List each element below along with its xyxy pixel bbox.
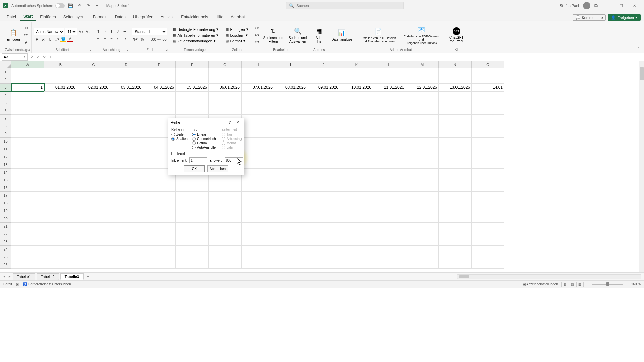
cell-J9[interactable] (307, 130, 340, 138)
cell-A24[interactable] (11, 246, 44, 253)
cell-E19[interactable] (143, 207, 176, 215)
close-button[interactable]: ✕ (628, 1, 641, 10)
cell-M18[interactable] (406, 199, 439, 207)
row-header-10[interactable]: 10 (0, 138, 11, 145)
sheet-tab-tabelle2[interactable]: Tabelle2 (37, 273, 59, 280)
cell-C25[interactable] (77, 253, 110, 261)
undo-icon[interactable]: ↶ (77, 3, 82, 8)
chatgpt-button[interactable]: GPTChatGPT for Excel (447, 26, 466, 44)
cell-L2[interactable] (373, 76, 406, 84)
cell-B7[interactable] (44, 115, 77, 122)
cell-A19[interactable] (11, 207, 44, 215)
number-format-select[interactable]: Standard (132, 28, 167, 35)
zoom-level[interactable]: 160 % (631, 282, 641, 286)
col-header-O[interactable]: O (472, 61, 504, 68)
cell-N9[interactable] (439, 130, 472, 138)
sheet-next-icon[interactable]: ► (8, 275, 11, 278)
font-size-select[interactable]: 11 (65, 28, 77, 35)
enter-formula-icon[interactable]: ✓ (36, 55, 40, 59)
chevron-down-icon[interactable]: ▼ (23, 55, 26, 58)
cell-C14[interactable] (77, 169, 110, 176)
cell-J17[interactable] (307, 192, 340, 199)
row-header-5[interactable]: 5 (0, 99, 11, 107)
cell-C18[interactable] (77, 199, 110, 207)
radio-linear[interactable]: Linear (192, 133, 218, 136)
pdf-share-outlook-button[interactable]: 📧Erstellen von PDF-Dateien und Freigeben… (399, 24, 443, 46)
cell-E17[interactable] (143, 192, 176, 199)
cell-E25[interactable] (143, 253, 176, 261)
cell-I22[interactable] (274, 230, 307, 238)
cell-L19[interactable] (373, 207, 406, 215)
cell-C5[interactable] (77, 99, 110, 107)
cell-A20[interactable] (11, 215, 44, 223)
col-header-D[interactable]: D (110, 61, 143, 68)
cell-O3[interactable]: 14.01 (472, 84, 504, 92)
cell-A22[interactable] (11, 230, 44, 238)
cell-I10[interactable] (274, 138, 307, 145)
copy-icon[interactable]: ⿻ (23, 32, 29, 38)
cell-A13[interactable] (11, 161, 44, 169)
cell-E21[interactable] (143, 223, 176, 230)
col-header-B[interactable]: B (44, 61, 77, 68)
cell-K6[interactable] (340, 107, 373, 115)
cell-A1[interactable] (11, 68, 44, 76)
cell-M12[interactable] (406, 153, 439, 161)
cell-M16[interactable] (406, 184, 439, 192)
cell-C26[interactable] (77, 261, 110, 269)
cell-O23[interactable] (472, 238, 504, 246)
cell-L10[interactable] (373, 138, 406, 145)
cell-H6[interactable] (241, 107, 274, 115)
cell-H1[interactable] (241, 68, 274, 76)
cell-C21[interactable] (77, 223, 110, 230)
align-center-icon[interactable]: ≡ (102, 36, 108, 42)
cell-G20[interactable] (209, 215, 241, 223)
cell-A21[interactable] (11, 223, 44, 230)
cell-B4[interactable] (44, 92, 77, 99)
tab-start[interactable]: Start (20, 13, 36, 21)
cell-O24[interactable] (472, 246, 504, 253)
display-settings-button[interactable]: ▣ Anzeigeeinstellungen (523, 282, 558, 286)
cell-C22[interactable] (77, 230, 110, 238)
redo-icon[interactable]: ↷ (86, 3, 91, 8)
dialog-help-button[interactable]: ? (226, 119, 233, 125)
cell-E6[interactable] (143, 107, 176, 115)
accessibility-status[interactable]: ♿ Barrierefreiheit: Untersuchen (23, 282, 71, 286)
cell-O5[interactable] (472, 99, 504, 107)
cell-A11[interactable] (11, 145, 44, 153)
cell-N3[interactable]: 13.01.2026 (439, 84, 472, 92)
align-bottom-icon[interactable]: ⬇ (108, 28, 114, 35)
cell-C3[interactable]: 02.01.2026 (77, 84, 110, 92)
cell-G17[interactable] (209, 192, 241, 199)
cell-G21[interactable] (209, 223, 241, 230)
cell-D12[interactable] (110, 153, 143, 161)
row-header-15[interactable]: 15 (0, 176, 11, 184)
cell-K1[interactable] (340, 68, 373, 76)
cell-D23[interactable] (110, 238, 143, 246)
cell-L3[interactable]: 11.01.2026 (373, 84, 406, 92)
cell-K9[interactable] (340, 130, 373, 138)
cell-K24[interactable] (340, 246, 373, 253)
cell-L12[interactable] (373, 153, 406, 161)
horizontal-scrollbar[interactable] (457, 274, 641, 279)
cell-F15[interactable] (176, 176, 209, 184)
cell-I19[interactable] (274, 207, 307, 215)
cell-N24[interactable] (439, 246, 472, 253)
cell-M6[interactable] (406, 107, 439, 115)
row-header-6[interactable]: 6 (0, 107, 11, 115)
cell-K13[interactable] (340, 161, 373, 169)
maximize-button[interactable]: ☐ (614, 1, 628, 10)
cell-L8[interactable] (373, 122, 406, 130)
cell-A15[interactable] (11, 176, 44, 184)
cell-I26[interactable] (274, 261, 307, 269)
cell-C17[interactable] (77, 192, 110, 199)
bold-icon[interactable]: F (34, 36, 40, 42)
cell-D6[interactable] (110, 107, 143, 115)
cell-H5[interactable] (241, 99, 274, 107)
cell-D8[interactable] (110, 122, 143, 130)
cell-O25[interactable] (472, 253, 504, 261)
cell-styles-button[interactable]: ▦ Zellenformatvorlagen ▾ (171, 38, 220, 43)
cell-J2[interactable] (307, 76, 340, 84)
cell-K18[interactable] (340, 199, 373, 207)
cell-O1[interactable] (472, 68, 504, 76)
cell-I2[interactable] (274, 76, 307, 84)
